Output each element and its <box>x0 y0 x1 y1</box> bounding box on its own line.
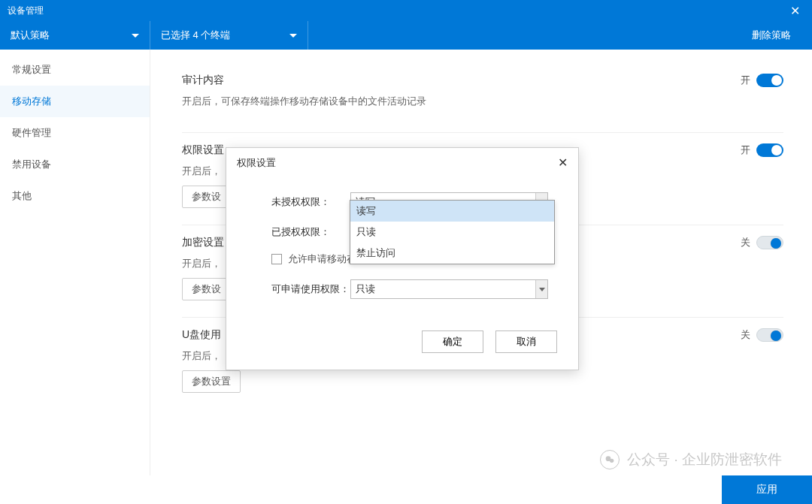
reqperm-row: 可申请使用权限： 只读 <box>271 279 548 299</box>
unauth-dropdown-list: 读写 只读 禁止访问 <box>350 200 555 264</box>
chevron-down-icon <box>289 34 297 38</box>
toggle-label: 开 <box>741 74 750 87</box>
unauth-label: 未授权权限： <box>271 195 350 209</box>
approval-checkbox[interactable] <box>271 254 282 264</box>
close-icon[interactable]: ✕ <box>786 4 804 18</box>
toggle-wrap: 开 <box>741 143 783 157</box>
selected-terminals-dropdown[interactable]: 已选择 4 个终端 <box>150 21 308 50</box>
param-settings-button[interactable]: 参数设置 <box>182 370 241 393</box>
chevron-down-icon <box>132 34 139 38</box>
sidebar-item-label: 移动存储 <box>12 95 51 107</box>
reqperm-label: 可申请使用权限： <box>271 282 350 296</box>
sidebar-item-disable[interactable]: 禁用设备 <box>0 149 150 180</box>
window-title: 设备管理 <box>8 5 44 17</box>
select-value: 只读 <box>356 282 375 296</box>
sidebar-item-other[interactable]: 其他 <box>0 180 150 212</box>
policy-dropdown[interactable]: 默认策略 <box>0 21 150 50</box>
cancel-button[interactable]: 取消 <box>495 330 557 353</box>
sidebar-item-label: 其他 <box>12 190 32 201</box>
auth-label: 已授权权限： <box>271 225 350 239</box>
bottombar: 应用 <box>0 475 812 504</box>
sidebar-item-label: 禁用设备 <box>12 158 51 170</box>
dialog-title: 权限设置 <box>237 156 276 170</box>
policy-label: 默认策略 <box>11 29 50 42</box>
section-audit: 审计内容 开启后，可保存终端操作移动存储设备中的文件活动记录 开 <box>182 63 783 133</box>
sidebar: 常规设置 移动存储 硬件管理 禁用设备 其他 <box>0 50 150 475</box>
sidebar-item-general[interactable]: 常规设置 <box>0 54 150 86</box>
section-title: 审计内容 <box>182 74 783 87</box>
toolbar: 默认策略 已选择 4 个终端 删除策略 <box>0 21 812 50</box>
chevron-down-icon <box>535 280 547 298</box>
dropdown-option[interactable]: 禁止访问 <box>350 243 554 264</box>
option-label: 禁止访问 <box>356 247 395 258</box>
param-settings-button[interactable]: 参数设 <box>182 278 231 300</box>
sidebar-item-label: 常规设置 <box>12 64 51 75</box>
reqperm-select[interactable]: 只读 <box>350 279 548 299</box>
dropdown-option[interactable]: 读写 <box>350 201 554 222</box>
sidebar-item-hardware[interactable]: 硬件管理 <box>0 117 150 149</box>
delete-policy-button[interactable]: 删除策略 <box>731 21 812 50</box>
toggle-wrap: 开 <box>741 74 783 87</box>
param-settings-button[interactable]: 参数设 <box>182 186 231 208</box>
close-icon[interactable]: ✕ <box>558 155 568 170</box>
option-label: 只读 <box>356 226 376 237</box>
toggle-wrap: 关 <box>741 328 783 342</box>
dialog-header: 权限设置 ✕ <box>226 148 578 177</box>
section-desc: 开启后，可保存终端操作移动存储设备中的文件活动记录 <box>182 95 783 108</box>
spacer <box>308 21 731 50</box>
permission-toggle[interactable] <box>756 143 783 157</box>
toggle-label: 关 <box>741 236 750 249</box>
encrypt-toggle[interactable] <box>756 236 783 249</box>
selected-label: 已选择 4 个终端 <box>161 29 230 42</box>
option-label: 读写 <box>356 205 376 216</box>
ok-button[interactable]: 确定 <box>422 330 483 353</box>
toggle-label: 关 <box>741 328 750 342</box>
delete-policy-label: 删除策略 <box>752 29 791 42</box>
sidebar-item-storage[interactable]: 移动存储 <box>0 86 150 117</box>
audit-toggle[interactable] <box>756 74 783 87</box>
sidebar-item-label: 硬件管理 <box>12 127 51 138</box>
dialog-footer: 确定 取消 <box>226 320 578 370</box>
toggle-wrap: 关 <box>741 236 783 249</box>
dropdown-option[interactable]: 只读 <box>350 222 554 243</box>
usb-toggle[interactable] <box>756 328 783 342</box>
apply-button[interactable]: 应用 <box>722 475 812 504</box>
titlebar: 设备管理 ✕ <box>0 0 812 21</box>
toggle-label: 开 <box>741 143 750 157</box>
